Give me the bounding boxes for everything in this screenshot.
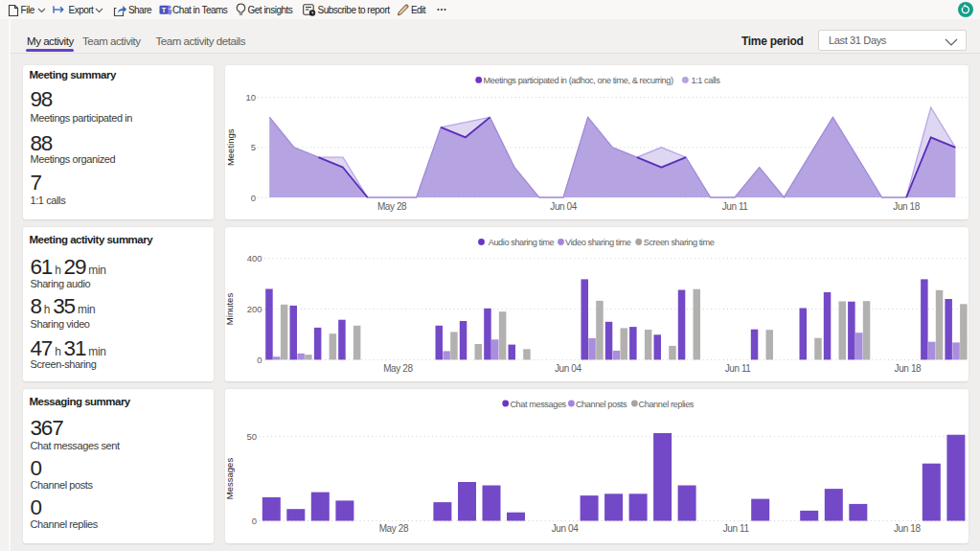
svg-text:Chat messages: Chat messages (510, 400, 566, 409)
svg-text:Jun 18: Jun 18 (894, 363, 921, 374)
svg-text:0: 0 (250, 193, 255, 203)
svg-text:1:1 calls: 1:1 calls (691, 76, 720, 85)
svg-text:0: 0 (257, 355, 262, 365)
svg-text:Jun 11: Jun 11 (722, 523, 749, 534)
svg-text:May 28: May 28 (376, 201, 406, 212)
svg-text:10: 10 (245, 92, 256, 103)
svg-text:Jun 04: Jun 04 (554, 363, 581, 374)
svg-text:Video sharing time: Video sharing time (565, 238, 631, 247)
svg-text:Channel replies: Channel replies (638, 400, 694, 409)
svg-text:Meetings participated in (adho: Meetings participated in (adhoc, one tim… (483, 76, 672, 85)
svg-text:Jun 11: Jun 11 (721, 201, 748, 212)
svg-text:0: 0 (251, 516, 256, 526)
svg-text:400: 400 (246, 253, 262, 264)
svg-text:Channel posts: Channel posts (575, 400, 627, 409)
svg-text:5: 5 (250, 142, 255, 152)
svg-text:Jun 04: Jun 04 (550, 201, 577, 212)
svg-text:May 28: May 28 (378, 523, 408, 534)
svg-text:200: 200 (246, 304, 262, 314)
svg-text:Minutes: Minutes (225, 293, 235, 326)
svg-text:Meetings: Meetings (225, 128, 236, 166)
svg-text:Jun 04: Jun 04 (551, 523, 578, 534)
svg-text:Jun 11: Jun 11 (724, 363, 751, 374)
svg-text:50: 50 (246, 431, 257, 442)
svg-text:Audio sharing time: Audio sharing time (488, 238, 554, 247)
svg-text:Screen sharing time: Screen sharing time (643, 238, 714, 247)
svg-text:May 28: May 28 (383, 363, 413, 374)
svg-text:Jun 18: Jun 18 (893, 523, 920, 534)
svg-text:Jun 18: Jun 18 (893, 201, 920, 212)
svg-text:T: T (161, 5, 166, 13)
svg-text:Messages: Messages (225, 458, 235, 500)
